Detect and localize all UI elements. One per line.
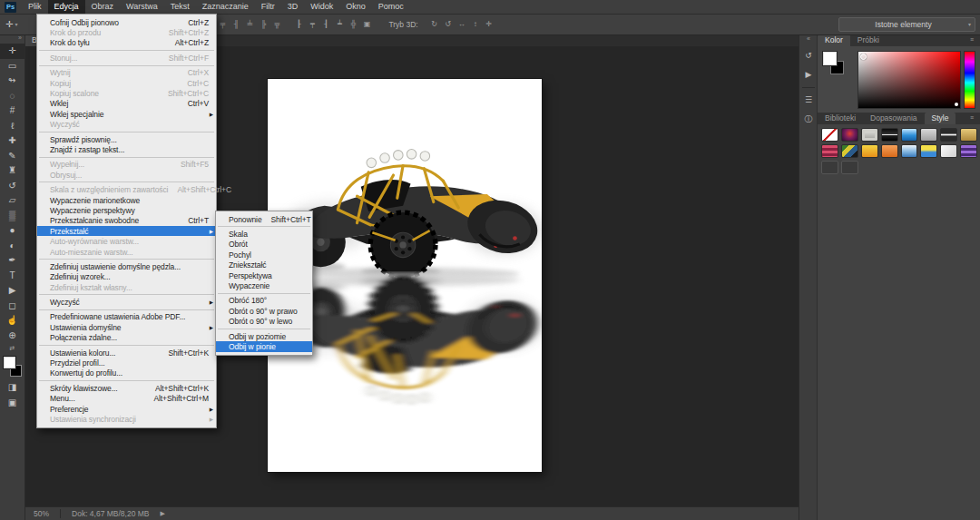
menu-item[interactable]: Kopiuj scalone Shift+Ctrl+C	[37, 88, 216, 98]
menu-item[interactable]: Zdefiniuj ustawienie domyślne pędzla...	[37, 261, 216, 271]
menu-item[interactable]: Przydziel profil...	[37, 358, 216, 368]
menu-item[interactable]: Znajdź i zastąp tekst...	[37, 144, 216, 154]
healing-brush-tool[interactable]: ✚	[0, 133, 24, 149]
shape-tool[interactable]: ◻	[0, 299, 24, 314]
dodge-tool[interactable]: ◐	[0, 239, 24, 254]
panel-menu-icon[interactable]: ≡	[970, 36, 974, 43]
3d-scale-icon[interactable]: ✛	[484, 18, 495, 31]
menu-3d[interactable]: 3D	[281, 0, 305, 14]
align-horizontal-centers-icon[interactable]: ╦	[271, 18, 282, 31]
hand-tool[interactable]: ☝	[0, 313, 24, 329]
distribute-left-icon[interactable]: ┠	[293, 18, 304, 31]
3d-drag-icon[interactable]: ↔	[456, 18, 467, 31]
tab-dopasowania[interactable]: Dopasowania	[863, 113, 925, 124]
quick-mask-button[interactable]: ◨	[0, 380, 24, 396]
menu-item[interactable]: Obrót o 90° w lewo	[216, 317, 312, 327]
status-options-icon[interactable]: ▶	[161, 510, 165, 517]
menu-item[interactable]: Sprawdź pisownię...	[37, 134, 216, 144]
tab-style[interactable]: Style	[925, 113, 956, 124]
style-white[interactable]	[940, 144, 957, 158]
style-empty-slot[interactable]	[841, 161, 858, 174]
menu-item[interactable]: Pochyl	[216, 250, 312, 260]
menu-item[interactable]	[39, 294, 214, 295]
style-black-chrome[interactable]	[881, 128, 898, 142]
style-gray-bevel[interactable]	[861, 128, 878, 142]
menu-item[interactable]	[39, 157, 214, 158]
eraser-tool[interactable]: ▱	[0, 193, 24, 209]
menu-item[interactable]: Wyczyść ▶	[37, 297, 216, 307]
style-camo[interactable]	[841, 144, 858, 158]
menu-item[interactable]: Konwertuj do profilu...	[37, 368, 216, 378]
menu-tekst[interactable]: Tekst	[164, 0, 196, 14]
menu-item[interactable]: Przekształcanie swobodne Ctrl+T	[37, 216, 216, 226]
menu-item[interactable]: Obrót	[216, 240, 312, 250]
menu-item[interactable]: Auto-mieszanie warstw...	[37, 247, 216, 257]
align-top-edges-icon[interactable]: ╠	[258, 18, 269, 31]
menu-item[interactable]: Krok do przodu Shift+Ctrl+Z	[37, 27, 216, 37]
saturation-brightness-field[interactable]	[858, 51, 961, 109]
distribute-top-icon[interactable]: ┯	[307, 18, 318, 31]
style-silver[interactable]	[920, 128, 937, 142]
menu-item[interactable]: Wytnij Ctrl+X	[37, 68, 216, 78]
brush-tool[interactable]: ✎	[0, 149, 24, 164]
menu-item[interactable]	[218, 329, 310, 329]
menu-item[interactable]: Odbij w poziomie	[216, 331, 312, 341]
menu-item[interactable]: Auto-wyrównanie warstw...	[37, 236, 216, 246]
menu-item[interactable]: Wypaczenie marionetkowe	[37, 195, 216, 205]
menu-plik[interactable]: Plik	[22, 0, 48, 14]
align-bottom-edges-icon[interactable]: ╧	[244, 18, 255, 31]
menu-item[interactable]: Zdefiniuj wzorek...	[37, 272, 216, 282]
panel-menu-icon[interactable]: ≡	[970, 114, 974, 121]
menu-item[interactable]: Skala	[216, 229, 312, 239]
auto-align-icon[interactable]: ▣	[361, 18, 372, 31]
menu-item[interactable]: Obróć 180°	[216, 296, 312, 306]
menu-item[interactable]: Predefiniowane ustawienia Adobe PDF...	[37, 312, 216, 322]
info-panel-icon[interactable]: ⓘ	[801, 112, 816, 126]
lasso-tool[interactable]: ↬	[0, 74, 24, 89]
menu-item[interactable]: Kopiuj Ctrl+C	[37, 78, 216, 88]
actions-panel-icon[interactable]: ▶	[801, 67, 816, 82]
foreground-color-swatch[interactable]	[823, 52, 837, 65]
3d-slide-icon[interactable]: ↕	[470, 18, 481, 31]
tab-probki[interactable]: Próbki	[850, 34, 887, 46]
clone-stamp-tool[interactable]: ♜	[0, 163, 24, 179]
menu-item[interactable]: Ustawienia domyślne ▶	[37, 322, 216, 332]
menu-item[interactable]	[39, 345, 214, 346]
history-panel-icon[interactable]: ↺	[801, 48, 816, 63]
strip-divider[interactable]	[802, 87, 815, 88]
style-red-glow[interactable]	[841, 128, 858, 142]
menu-item[interactable]: Wypełnij... Shift+F5	[37, 160, 216, 170]
menu-widok[interactable]: Widok	[304, 0, 339, 14]
3d-roll-icon[interactable]: ↺	[443, 18, 454, 31]
menu-item[interactable]: Ponownie Shift+Ctrl+T	[216, 214, 312, 224]
menu-item[interactable]: Menu... Alt+Shift+Ctrl+M	[37, 394, 216, 404]
align-vertical-centers-icon[interactable]: ╤	[217, 18, 228, 31]
menu-item[interactable]	[39, 380, 214, 381]
menu-item[interactable]: Preferencje ▶	[37, 404, 216, 414]
hue-ramp[interactable]	[964, 51, 975, 109]
screen-mode-button[interactable]: ▣	[0, 396, 24, 411]
menu-item[interactable]	[39, 182, 214, 182]
zoom-level[interactable]: 50%	[34, 509, 49, 518]
type-tool[interactable]: T	[0, 269, 24, 284]
distribute-right-icon[interactable]: ┨	[320, 18, 331, 31]
style-none[interactable]	[821, 128, 838, 142]
style-purple-stripes[interactable]	[960, 144, 977, 158]
menu-zaznaczanie[interactable]: Zaznaczanie	[196, 0, 255, 14]
menu-item[interactable]: Stonuj... Shift+Ctrl+F	[37, 53, 216, 63]
menu-item[interactable]	[39, 65, 214, 66]
style-orange[interactable]	[881, 144, 898, 158]
menu-item[interactable]: Ustawienia koloru... Shift+Ctrl+K	[37, 348, 216, 358]
quick-selection-tool[interactable]: ◌	[0, 89, 24, 104]
menu-edycja[interactable]: Edycja	[48, 0, 85, 14]
style-yellow-blue[interactable]	[920, 144, 937, 158]
menu-item[interactable]: Obrysuj...	[37, 170, 216, 180]
color-picker-marker[interactable]	[860, 54, 867, 60]
blur-tool[interactable]: ●	[0, 223, 24, 239]
eyedropper-tool[interactable]: ℓ	[0, 119, 24, 134]
style-red-stripes[interactable]	[821, 144, 838, 158]
menu-pomoc[interactable]: Pomoc	[372, 0, 410, 14]
pen-tool[interactable]: ✒	[0, 253, 24, 269]
distribute-bottom-icon[interactable]: ┷	[334, 18, 345, 31]
tab-biblioteki[interactable]: Biblioteki	[818, 113, 863, 124]
